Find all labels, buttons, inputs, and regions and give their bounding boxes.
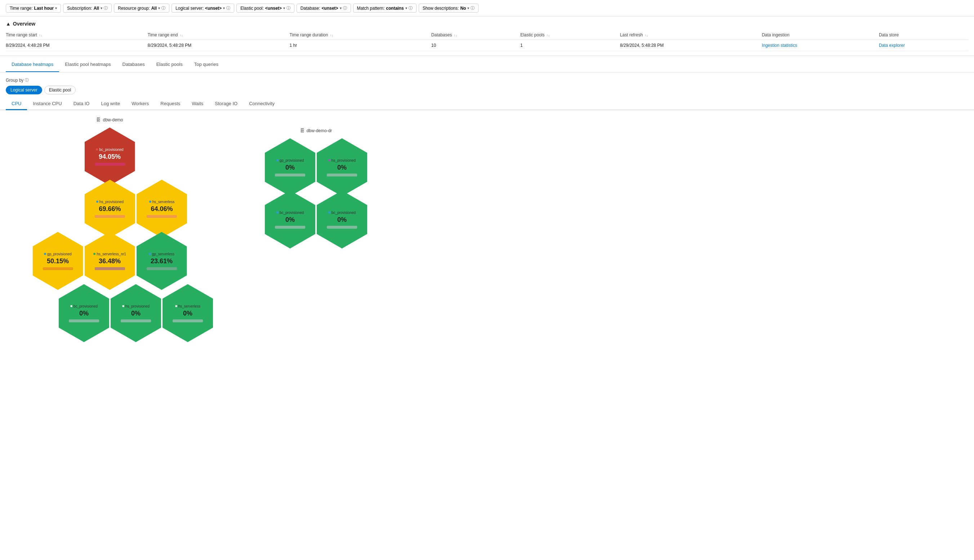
hex-cell-gp-serverless-23[interactable]: gp_serverless 23.61% [137, 232, 187, 290]
show-descriptions-label: Show descriptions: [423, 6, 459, 11]
dot-icon [94, 253, 95, 255]
cluster-name: dbw-demo [103, 117, 123, 122]
hex-value: 50.15% [47, 257, 69, 265]
match-pattern-filter[interactable]: Match pattern: contains ▾ ⓘ [353, 3, 416, 13]
metric-tab-data-io[interactable]: Data IO [68, 98, 95, 110]
cell-data-store[interactable]: Data explorer [879, 40, 968, 51]
hex-value: 64.06% [150, 205, 173, 213]
overview-toggle[interactable]: ▲ Overview [6, 21, 968, 27]
metric-tab-log-write[interactable]: Log write [95, 98, 126, 110]
cell-last-refresh: 8/29/2024, 5:48:28 PM [620, 40, 762, 51]
hex-cell-gp-provisioned-50[interactable]: gp_provisioned 50.15% [33, 232, 83, 290]
sort-icon: ↑↓ [546, 33, 550, 37]
hex-cell-bc-provisioned-94[interactable]: bc_provisioned 94.05% [85, 127, 135, 185]
overview-table: Time range start ↑↓ Time range end ↑↓ Ti… [6, 30, 968, 51]
col-last-refresh[interactable]: Last refresh ↑↓ [620, 30, 762, 40]
elastic-pool-value: <unset> [265, 6, 282, 11]
hex-value: 0% [79, 310, 89, 317]
hex-label: hs_provisioned [96, 200, 124, 204]
group-by-logical-server[interactable]: Logical server [6, 86, 42, 94]
hex-cell-bc-provisioned-dr-0b[interactable]: bc_provisioned 0% [317, 190, 367, 248]
group-by-buttons: Logical server Elastic pool [6, 86, 968, 94]
hex-label: gp_provisioned [44, 252, 72, 256]
metric-tab-workers[interactable]: Workers [126, 98, 155, 110]
dot-icon [149, 201, 151, 203]
info-icon: ⓘ [226, 5, 230, 11]
dot-icon [96, 201, 99, 203]
heatmap-area: 🗄 dbw-demo bc_provisioned 94.05% [0, 110, 974, 350]
metric-tab-instance-cpu[interactable]: Instance CPU [27, 98, 67, 110]
resource-group-filter[interactable]: Resource group: All ▾ ⓘ [114, 3, 169, 13]
hex-value: 94.05% [99, 153, 121, 161]
overview-section: ▲ Overview Time range start ↑↓ Time rang… [0, 17, 974, 56]
dot-icon [276, 212, 279, 213]
hex-bar [327, 226, 357, 229]
group-by-section: Group by ⓘ Logical server Elastic pool [0, 72, 974, 98]
table-row: 8/29/2024, 4:48:28 PM 8/29/2024, 5:48:28… [6, 40, 968, 51]
hex-label: hs_provisioned [122, 304, 150, 308]
metric-tab-requests[interactable]: Requests [155, 98, 186, 110]
cell-databases: 10 [431, 40, 520, 51]
hex-grid: bc_provisioned 94.05% hs_provisioned [6, 127, 214, 343]
match-pattern-label: Match pattern: [357, 6, 385, 11]
metric-tab-storage-io[interactable]: Storage IO [209, 98, 243, 110]
tab-elastic-pools[interactable]: Elastic pools [150, 57, 189, 72]
chevron-down-icon: ▾ [340, 6, 342, 10]
show-descriptions-filter[interactable]: Show descriptions: No ▾ ⓘ [419, 3, 479, 13]
elastic-pool-filter[interactable]: Elastic pool: <unset> ▾ ⓘ [236, 3, 294, 13]
col-time-start[interactable]: Time range start ↑↓ [6, 30, 148, 40]
cell-data-ingestion[interactable]: Ingestion statistics [762, 40, 879, 51]
hex-label: hs_serverless_nr1 [94, 252, 126, 256]
metric-tab-connectivity[interactable]: Connectivity [243, 98, 280, 110]
tab-databases[interactable]: Databases [117, 57, 150, 72]
sort-icon: ↑↓ [645, 33, 648, 37]
hex-bar [43, 267, 73, 270]
tab-top-queries[interactable]: Top queries [189, 57, 224, 72]
tab-database-heatmaps[interactable]: Database heatmaps [6, 57, 59, 72]
info-icon: ⓘ [25, 77, 29, 83]
hex-bar [147, 215, 177, 218]
tab-elastic-pool-heatmaps[interactable]: Elastic pool heatmaps [59, 57, 116, 72]
hex-value: 23.61% [150, 257, 173, 265]
ingestion-statistics-link[interactable]: Ingestion statistics [762, 43, 797, 48]
database-filter[interactable]: Database: <unset> ▾ ⓘ [297, 3, 351, 13]
hex-label: hs_provisioned [328, 158, 356, 162]
subscription-value: All [94, 6, 99, 11]
hex-bar [121, 320, 151, 322]
logical-server-label: Logical server: [175, 6, 204, 11]
hex-cell-hs-provisioned-69[interactable]: hs_provisioned 69.66% [85, 180, 135, 238]
col-elastic-pools[interactable]: Elastic pools ↑↓ [520, 30, 620, 40]
hex-cell-gp-provisioned-dr-0[interactable]: gp_provisioned 0% [265, 138, 315, 196]
hex-cell-bc-provisioned-dr-0a[interactable]: bc_provisioned 0% [265, 190, 315, 248]
info-icon: ⓘ [343, 5, 347, 11]
hex-cell-hs-provisioned-dr-0[interactable]: hs_provisioned 0% [317, 138, 367, 196]
hex-label: bc_provisioned [328, 211, 356, 215]
col-time-end[interactable]: Time range end ↑↓ [148, 30, 290, 40]
sort-icon: ↑↓ [39, 33, 42, 37]
hex-cell-hs-serverless-64[interactable]: hs_serverless 64.06% [137, 180, 187, 238]
hex-cell-hs-serverless-0[interactable]: hs_serverless 0% [162, 284, 213, 342]
col-databases[interactable]: Databases ↑↓ [431, 30, 520, 40]
hex-cell-bc-provisioned-0[interactable]: bc_provisioned 0% [59, 284, 109, 342]
info-icon: ⓘ [161, 5, 165, 11]
subscription-filter[interactable]: Subscription: All ▾ ⓘ [63, 3, 112, 13]
logical-server-value: <unset> [205, 6, 222, 11]
data-explorer-link[interactable]: Data explorer [879, 43, 905, 48]
hex-value: 69.66% [99, 205, 121, 213]
hex-cell-hs-serverless-nr1-36[interactable]: hs_serverless_nr1 36.48% [85, 232, 135, 290]
logical-server-filter[interactable]: Logical server: <unset> ▾ ⓘ [172, 3, 234, 13]
col-data-store: Data store [879, 30, 968, 40]
group-by-elastic-pool[interactable]: Elastic pool [44, 86, 76, 94]
hex-value: 0% [286, 164, 295, 172]
cluster-icon: 🗄 [300, 128, 304, 133]
subscription-label: Subscription: [67, 6, 92, 11]
hex-value: 0% [337, 164, 347, 172]
col-duration[interactable]: Time range duration ↑↓ [290, 30, 431, 40]
hex-cell-hs-provisioned-0[interactable]: hs_provisioned 0% [110, 284, 161, 342]
hex-value: 0% [286, 216, 295, 223]
database-label: Database: [301, 6, 320, 11]
metric-tab-cpu[interactable]: CPU [6, 98, 27, 110]
metric-tab-waits[interactable]: Waits [186, 98, 209, 110]
hex-bar [275, 173, 305, 177]
time-range-filter[interactable]: Time range: Last hour ▾ [6, 4, 61, 13]
